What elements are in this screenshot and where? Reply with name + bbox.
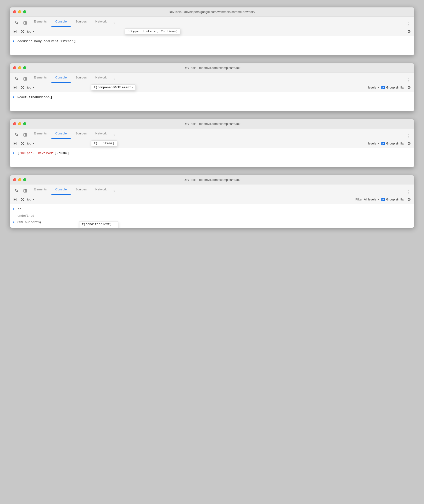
gear-icon-2[interactable]: ⚙ bbox=[406, 84, 412, 91]
more-options-icon-1[interactable]: ⋮ bbox=[406, 22, 410, 27]
tab-sources-2[interactable]: Sources bbox=[72, 73, 91, 83]
context-selector-4[interactable]: top ▼ bbox=[27, 197, 35, 201]
console-code-4a[interactable]: // bbox=[18, 207, 21, 212]
toolbar-1: top ▼ f(type, listener, ?options) ⚙ bbox=[10, 27, 414, 36]
tab-network-1[interactable]: Network bbox=[92, 17, 111, 27]
toggle-icon-3[interactable] bbox=[21, 131, 29, 139]
svg-rect-6 bbox=[25, 78, 26, 80]
vertical-divider-1 bbox=[403, 22, 403, 27]
tab-console-3[interactable]: Console bbox=[51, 129, 71, 139]
tab-more-1[interactable]: » bbox=[112, 19, 117, 27]
ban-icon-3[interactable] bbox=[19, 140, 26, 147]
tab-network-4[interactable]: Network bbox=[92, 184, 111, 195]
tab-console-2[interactable]: Console bbox=[51, 73, 71, 83]
maximize-button-2[interactable] bbox=[23, 66, 26, 69]
tab-elements-3[interactable]: Elements bbox=[30, 129, 50, 139]
context-selector-3[interactable]: top ▼ bbox=[27, 141, 35, 145]
console-output-4b: undefined bbox=[18, 214, 34, 218]
play-icon-3[interactable] bbox=[12, 140, 18, 147]
group-similar-checkbox-4[interactable] bbox=[381, 198, 385, 201]
minimize-button-3[interactable] bbox=[18, 122, 21, 125]
console-code-2[interactable]: React.findDOMNode( bbox=[18, 95, 52, 100]
tab-more-2[interactable]: » bbox=[112, 75, 117, 83]
console-line-3: > ['Help!', 'Revolver'].push( bbox=[10, 150, 414, 157]
group-similar-checkbox-2[interactable] bbox=[381, 86, 385, 89]
tab-sources-4[interactable]: Sources bbox=[72, 184, 91, 195]
gear-icon-1[interactable]: ⚙ bbox=[406, 28, 412, 35]
context-selector-1[interactable]: top ▼ bbox=[27, 30, 35, 33]
tab-network-2[interactable]: Network bbox=[92, 73, 111, 83]
group-similar-label-2: Group similar bbox=[386, 86, 405, 89]
gear-icon-4[interactable]: ⚙ bbox=[406, 196, 412, 203]
svg-line-4 bbox=[22, 30, 24, 32]
minimize-button-1[interactable] bbox=[18, 10, 21, 13]
divider-3 bbox=[403, 134, 403, 139]
dropdown-arrow-2: ▼ bbox=[32, 86, 35, 89]
tab-network-3[interactable]: Network bbox=[92, 129, 111, 139]
console-code-3[interactable]: ['Help!', 'Revolver'].push( bbox=[18, 151, 69, 156]
console-code-1[interactable]: document.body.addEventListener( bbox=[18, 39, 76, 44]
tab-console-1[interactable]: Console bbox=[51, 17, 71, 27]
tab-more-3[interactable]: » bbox=[112, 131, 117, 139]
maximize-button-3[interactable] bbox=[23, 122, 26, 125]
group-similar-label-4: Group similar bbox=[386, 197, 405, 201]
tabbar-4: Elements Console Sources Network » ⋮ bbox=[10, 184, 414, 195]
more-options-icon-3[interactable]: ⋮ bbox=[406, 134, 410, 139]
tab-elements-1[interactable]: Elements bbox=[30, 17, 50, 27]
devtools-window-2: DevTools - todomvc.com/examples/react/ E… bbox=[10, 63, 414, 111]
toggle-icon-2[interactable] bbox=[21, 75, 29, 83]
console-area-2: > React.findDOMNode( bbox=[10, 92, 414, 111]
more-options-icon-4[interactable]: ⋮ bbox=[406, 190, 410, 195]
autocomplete-item-4-2[interactable]: f(property, value) bbox=[80, 227, 118, 228]
console-line-4c: > CSS.supports( bbox=[10, 219, 414, 226]
maximize-button-4[interactable] bbox=[23, 178, 26, 181]
tab-sources-3[interactable]: Sources bbox=[72, 129, 91, 139]
autocomplete-tooltip-3: f(...items) bbox=[91, 140, 117, 146]
toggle-icon-4[interactable] bbox=[21, 187, 29, 195]
inspect-icon-3[interactable] bbox=[13, 131, 20, 139]
close-button-1[interactable] bbox=[13, 10, 16, 13]
maximize-button-1[interactable] bbox=[23, 10, 26, 13]
minimize-button-2[interactable] bbox=[18, 66, 21, 69]
group-similar-checkbox-3[interactable] bbox=[381, 142, 385, 145]
console-prompt-3: > bbox=[13, 151, 15, 156]
toolbar-3: top ▼ f(...items) levels ▼ Group similar… bbox=[10, 139, 414, 148]
tabbar-1: Elements Console Sources Network » ⋮ bbox=[10, 17, 414, 27]
svg-line-19 bbox=[22, 198, 24, 200]
tab-elements-2[interactable]: Elements bbox=[30, 73, 50, 83]
tab-more-4[interactable]: » bbox=[112, 187, 117, 195]
inspect-icon-2[interactable] bbox=[13, 75, 20, 83]
console-line-4a: > // bbox=[10, 206, 414, 213]
inspect-icon-1[interactable] bbox=[13, 19, 20, 27]
console-prompt-4a: > bbox=[13, 207, 15, 212]
tab-console-4[interactable]: Console bbox=[51, 184, 71, 195]
devtools-window-1: DevTools - developers.google.com/web/too… bbox=[10, 7, 414, 55]
titlebar-title-1: DevTools - developers.google.com/web/too… bbox=[169, 10, 255, 14]
close-button-4[interactable] bbox=[13, 178, 16, 181]
multi-autocomplete-4: f(conditionText) f(property, value) bbox=[79, 221, 118, 228]
ban-icon-2[interactable] bbox=[19, 84, 26, 91]
tab-elements-4[interactable]: Elements bbox=[30, 184, 50, 195]
ban-icon-4[interactable] bbox=[19, 196, 26, 203]
autocomplete-item-4-1[interactable]: f(conditionText) bbox=[80, 221, 118, 227]
console-code-4c[interactable]: CSS.supports( bbox=[18, 220, 42, 225]
play-icon-1[interactable] bbox=[12, 28, 18, 35]
console-prompt-1: > bbox=[13, 39, 15, 44]
toggle-icon-1[interactable] bbox=[21, 19, 29, 27]
gear-icon-3[interactable]: ⚙ bbox=[406, 140, 412, 147]
close-button-3[interactable] bbox=[13, 122, 16, 125]
play-icon-2[interactable] bbox=[12, 84, 18, 91]
titlebar-1: DevTools - developers.google.com/web/too… bbox=[10, 7, 414, 17]
close-button-2[interactable] bbox=[13, 66, 16, 69]
svg-rect-10 bbox=[24, 134, 25, 136]
play-icon-4[interactable] bbox=[12, 196, 18, 203]
minimize-button-4[interactable] bbox=[18, 178, 21, 181]
inspect-icon-4[interactable] bbox=[13, 187, 20, 195]
dropdown-arrow-1: ▼ bbox=[32, 30, 35, 33]
tab-dots-4: ⋮ bbox=[403, 190, 411, 195]
dropdown-arrow-levels-3: ▼ bbox=[378, 142, 380, 145]
ban-icon-1[interactable] bbox=[19, 28, 26, 35]
more-options-icon-2[interactable]: ⋮ bbox=[406, 78, 410, 83]
tab-sources-1[interactable]: Sources bbox=[72, 17, 91, 27]
context-selector-2[interactable]: top ▼ bbox=[27, 86, 35, 89]
